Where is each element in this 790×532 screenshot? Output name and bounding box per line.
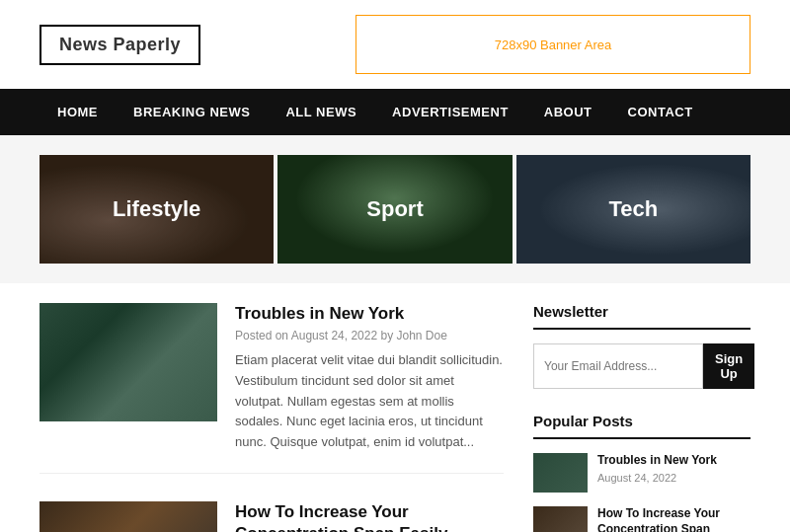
sport-label: Sport [277, 155, 512, 264]
popular-post-thumbnail [533, 453, 588, 493]
popular-post-info: How To Increase Your Concentration Span … [597, 506, 750, 532]
nav-breaking-news[interactable]: BREAKING NEWS [116, 89, 268, 135]
category-sport[interactable]: Sport [277, 155, 512, 264]
article-content: How To Increase Your Concentration Span … [235, 501, 504, 532]
nav-contact[interactable]: CONTACT [610, 89, 711, 135]
newsletter-section: Newsletter Sign Up [533, 303, 750, 389]
header: News Paperly 728x90 Banner Area [0, 0, 790, 89]
banner-area: 728x90 Banner Area [356, 15, 750, 74]
nav-all-news[interactable]: ALL NEWS [268, 89, 374, 135]
popular-post-date: August 24, 2022 [597, 472, 717, 484]
article-meta: Posted on August 24, 2022 by John Doe [235, 329, 504, 342]
article-item: Troubles in New York Posted on August 24… [40, 303, 504, 474]
popular-post-info: Troubles in New York August 24, 2022 [597, 453, 717, 484]
category-tech[interactable]: Tech [516, 155, 750, 264]
articles-list: Troubles in New York Posted on August 24… [40, 303, 504, 532]
newsletter-title: Newsletter [533, 303, 750, 330]
article-item: How To Increase Your Concentration Span … [40, 501, 504, 532]
content-area: Troubles in New York Posted on August 24… [0, 283, 790, 532]
newsletter-email-input[interactable] [533, 343, 703, 389]
tech-label: Tech [516, 155, 750, 264]
popular-post-item[interactable]: How To Increase Your Concentration Span … [533, 506, 750, 532]
popular-post-title: Troubles in New York [597, 453, 717, 469]
pp-thumb-img-2 [533, 506, 588, 532]
categories-section: Lifestyle Sport Tech [0, 135, 790, 283]
popular-posts-section: Popular Posts Troubles in New York Augus… [533, 413, 750, 532]
thumbnail-lib [40, 501, 217, 532]
signup-button[interactable]: Sign Up [703, 343, 754, 389]
thumbnail-ny [40, 303, 217, 421]
article-thumbnail[interactable] [40, 303, 217, 421]
logo[interactable]: News Paperly [40, 25, 200, 65]
nav-advertisement[interactable]: ADVERTISEMENT [374, 89, 526, 135]
nav-home[interactable]: HOME [40, 89, 116, 135]
category-lifestyle[interactable]: Lifestyle [40, 155, 274, 264]
sidebar: Newsletter Sign Up Popular Posts Trouble… [533, 303, 750, 532]
popular-post-item[interactable]: Troubles in New York August 24, 2022 [533, 453, 750, 493]
nav-about[interactable]: ABOUT [526, 89, 610, 135]
article-title[interactable]: How To Increase Your Concentration Span … [235, 501, 504, 532]
popular-post-title: How To Increase Your Concentration Span [597, 506, 750, 532]
newsletter-form: Sign Up [533, 343, 750, 389]
popular-post-thumbnail [533, 506, 588, 532]
lifestyle-label: Lifestyle [40, 155, 274, 264]
article-title[interactable]: Troubles in New York [235, 303, 504, 325]
article-content: Troubles in New York Posted on August 24… [235, 303, 504, 453]
popular-posts-title: Popular Posts [533, 413, 750, 439]
article-excerpt: Etiam placerat velit vitae dui blandit s… [235, 350, 504, 453]
pp-thumb-img-1 [533, 453, 588, 493]
article-thumbnail[interactable] [40, 501, 217, 532]
main-nav: HOME BREAKING NEWS ALL NEWS ADVERTISEMEN… [0, 89, 790, 135]
